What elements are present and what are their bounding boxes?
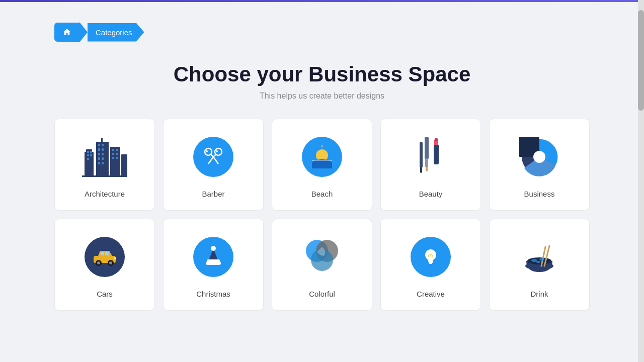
svg-rect-48 <box>420 142 423 168</box>
beauty-icon <box>411 134 451 179</box>
business-icon <box>519 137 559 177</box>
svg-rect-42 <box>425 137 429 159</box>
category-christmas[interactable]: Christmas <box>163 219 264 311</box>
beauty-icon-container <box>408 134 453 179</box>
svg-rect-15 <box>102 157 104 160</box>
beach-icon <box>302 137 342 177</box>
svg-rect-12 <box>98 153 100 155</box>
svg-rect-62 <box>207 259 220 262</box>
svg-rect-2 <box>87 151 89 153</box>
svg-rect-14 <box>98 157 100 160</box>
home-button[interactable] <box>54 23 79 42</box>
svg-rect-22 <box>112 153 114 155</box>
cars-icon <box>85 237 125 277</box>
christmas-label: Christmas <box>196 290 230 298</box>
svg-point-29 <box>215 148 222 155</box>
svg-rect-16 <box>98 162 100 164</box>
svg-rect-6 <box>87 158 89 160</box>
category-barber[interactable]: Barber <box>163 119 264 211</box>
svg-rect-69 <box>429 262 432 264</box>
category-architecture[interactable]: Architecture <box>54 119 155 211</box>
svg-rect-4 <box>87 154 89 156</box>
svg-line-32 <box>208 157 213 164</box>
top-bar <box>0 0 644 2</box>
svg-rect-13 <box>102 153 104 155</box>
svg-rect-43 <box>425 158 428 167</box>
category-drink[interactable]: Drink <box>489 219 590 311</box>
category-beauty[interactable]: Beauty <box>380 119 481 211</box>
svg-point-56 <box>97 261 100 264</box>
svg-line-33 <box>213 157 218 164</box>
cars-label: Cars <box>97 290 113 298</box>
svg-rect-24 <box>112 157 114 159</box>
svg-point-75 <box>539 258 544 261</box>
business-label: Business <box>524 190 555 198</box>
svg-rect-17 <box>102 162 104 164</box>
svg-rect-47 <box>435 138 438 141</box>
barber-label: Barber <box>202 190 224 198</box>
beauty-label: Beauty <box>419 190 443 198</box>
creative-label: Creative <box>417 290 445 298</box>
scrollbar[interactable] <box>638 0 644 362</box>
category-beach[interactable]: Beach <box>272 119 372 211</box>
page-header: Choose your Business Space This helps us… <box>0 62 644 101</box>
christmas-icon-container <box>191 234 236 280</box>
svg-point-58 <box>109 261 112 264</box>
breadcrumb-separator <box>79 22 88 42</box>
svg-point-51 <box>533 151 545 163</box>
svg-rect-18 <box>101 138 103 143</box>
svg-rect-25 <box>116 157 118 159</box>
creative-icon-container <box>408 234 453 280</box>
drink-label: Drink <box>530 290 548 298</box>
svg-rect-45 <box>434 144 439 164</box>
categories-grid: Architecture Barber <box>54 119 590 321</box>
svg-rect-19 <box>110 147 120 177</box>
svg-line-31 <box>213 154 216 157</box>
svg-point-74 <box>531 259 537 262</box>
breadcrumb: Categories <box>54 22 644 42</box>
architecture-icon-container <box>82 134 127 179</box>
svg-rect-10 <box>98 148 100 151</box>
cars-icon-container <box>82 234 127 280</box>
creative-icon <box>411 237 451 277</box>
beach-label: Beach <box>311 190 333 198</box>
svg-rect-54 <box>105 252 109 255</box>
svg-rect-20 <box>112 149 114 151</box>
svg-point-34 <box>206 150 208 152</box>
svg-rect-5 <box>90 154 92 156</box>
barber-icon <box>193 137 233 177</box>
svg-rect-9 <box>102 144 104 146</box>
svg-rect-26 <box>121 154 127 177</box>
svg-point-71 <box>527 257 551 264</box>
svg-rect-21 <box>116 149 118 151</box>
page-subtitle: This helps us create better designs <box>0 92 644 101</box>
architecture-label: Architecture <box>85 190 125 198</box>
christmas-icon <box>193 237 233 277</box>
svg-point-61 <box>211 246 216 251</box>
home-icon <box>62 28 71 37</box>
svg-rect-23 <box>116 153 118 155</box>
svg-point-35 <box>216 150 218 152</box>
architecture-icon <box>82 137 127 177</box>
breadcrumb-categories[interactable]: Categories <box>88 23 144 42</box>
svg-rect-49 <box>420 167 422 173</box>
svg-rect-11 <box>102 148 104 151</box>
page-title: Choose your Business Space <box>0 62 644 86</box>
category-business[interactable]: Business <box>489 119 590 211</box>
svg-point-28 <box>205 148 212 155</box>
category-creative[interactable]: Creative <box>380 219 481 311</box>
svg-rect-38 <box>312 163 332 168</box>
svg-rect-1 <box>86 149 92 177</box>
svg-rect-59 <box>114 257 116 259</box>
svg-rect-3 <box>90 151 92 153</box>
svg-rect-44 <box>426 166 428 171</box>
category-cars[interactable]: Cars <box>54 219 155 311</box>
svg-rect-27 <box>82 175 127 177</box>
barber-icon-container <box>191 134 236 179</box>
category-colorful[interactable]: Colorful <box>272 219 372 311</box>
drink-icon <box>519 237 559 277</box>
svg-rect-53 <box>101 252 104 255</box>
scrollbar-thumb[interactable] <box>638 10 644 111</box>
svg-rect-8 <box>98 144 100 146</box>
beach-icon-container <box>299 134 345 179</box>
